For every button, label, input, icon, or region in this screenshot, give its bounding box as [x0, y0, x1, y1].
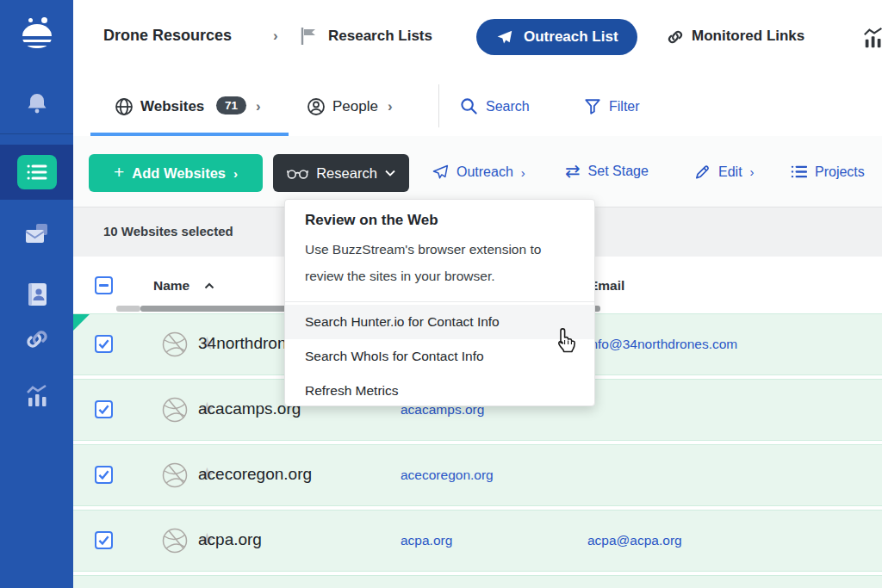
search-label: Search: [486, 99, 530, 115]
menu-item-search-whois[interactable]: Search WhoIs for Contact Info: [285, 339, 594, 374]
globe-icon: [115, 97, 134, 116]
row-checkbox-checked[interactable]: [95, 335, 113, 353]
research-label: Research: [316, 165, 377, 182]
actions-toolbar: + Add Websites › Research Outreach › ⇄ S…: [73, 136, 882, 207]
chevron-right-icon: ›: [388, 98, 393, 115]
edit-label: Edit: [718, 164, 742, 180]
indeterminate-mark: [99, 284, 109, 287]
chart-icon: [23, 383, 51, 409]
add-websites-label: Add Websites: [132, 165, 226, 182]
link-icon: [666, 28, 685, 46]
globe-favicon: [159, 460, 190, 491]
dropdown-title: Review on the Web: [305, 212, 438, 229]
search-icon: [460, 97, 478, 115]
list-icon: [791, 164, 807, 180]
plus-icon: +: [114, 162, 124, 183]
nav-item-label: Outreach List: [524, 28, 618, 46]
column-header-name[interactable]: Name: [153, 278, 189, 294]
current-row-corner-marker: [73, 314, 90, 331]
dropdown-separator: [285, 301, 594, 302]
filter-label: Filter: [609, 99, 640, 115]
set-stage-button[interactable]: ⇄ Set Stage: [565, 164, 649, 179]
table-row[interactable]: ★ acpa.org acpa.org acpa@acpa.org: [73, 510, 882, 572]
selection-count-text: 10 Websites selected: [103, 224, 233, 238]
menu-item-search-hunter[interactable]: Search Hunter.io for Contact Info: [285, 305, 594, 339]
buzzstream-app-window: Drone Resources › Research Lists Outreac…: [0, 0, 882, 588]
projects-label: Projects: [815, 164, 865, 180]
table-row[interactable]: ★ acecoregon.org acecoregon.org: [73, 444, 882, 506]
sidebar-item-lists-active[interactable]: [0, 145, 73, 200]
globe-favicon: [159, 329, 190, 360]
chevron-right-icon: ›: [750, 164, 755, 179]
research-dropdown-menu: Review on the Web Use BuzzStream's brows…: [284, 199, 595, 406]
hand-cursor-icon: [552, 325, 578, 355]
website-url-link[interactable]: acecoregon.org: [401, 467, 494, 483]
set-stage-label: Set Stage: [588, 164, 649, 179]
sidebar-item-contacts[interactable]: [0, 270, 73, 319]
buzzstream-logo[interactable]: [0, 9, 73, 57]
sidebar-divider: [0, 133, 73, 134]
list-tabs-row: Websites 71 › People › Search Filter: [73, 76, 882, 137]
websites-count-badge: 71: [216, 96, 246, 115]
chevron-right-icon: ›: [273, 28, 278, 45]
sidebar-item-notifications[interactable]: [0, 79, 73, 127]
website-name[interactable]: acecoregon.org: [198, 465, 312, 484]
website-name[interactable]: acpa.org: [198, 530, 262, 549]
tab-label: People: [332, 98, 378, 115]
dropdown-description: Use BuzzStream's browser extension to re…: [305, 236, 581, 289]
bee-logo-icon: [21, 17, 53, 48]
email-link[interactable]: info@34northdrones.com: [587, 337, 737, 352]
projects-button[interactable]: Projects: [791, 164, 865, 180]
research-button-open[interactable]: Research: [273, 154, 409, 192]
link-icon: [24, 326, 50, 352]
table-row-partial[interactable]: [73, 575, 882, 588]
horizontal-scrollbar-cap[interactable]: [116, 306, 140, 312]
send-icon: [432, 164, 449, 181]
globe-favicon: [159, 525, 190, 556]
breadcrumb[interactable]: Drone Resources: [103, 27, 232, 45]
tab-label: Websites: [140, 98, 204, 115]
chevron-right-icon: ›: [256, 98, 261, 115]
search-button[interactable]: Search: [460, 97, 530, 115]
swap-arrows-icon: ⇄: [565, 164, 581, 179]
tab-people[interactable]: People ›: [307, 76, 419, 136]
chart-nav-icon[interactable]: [861, 26, 882, 50]
outreach-menu-button[interactable]: Outreach ›: [432, 164, 525, 181]
chevron-right-icon: ›: [521, 165, 525, 180]
nav-item-outreach-list-active[interactable]: Outreach List: [476, 19, 637, 55]
outreach-label: Outreach: [457, 164, 513, 180]
glasses-icon: [287, 166, 308, 180]
sidebar-item-reports[interactable]: [0, 372, 73, 420]
nav-item-research-lists[interactable]: Research Lists: [328, 28, 432, 45]
select-all-checkbox-indeterminate[interactable]: [95, 276, 113, 294]
tab-websites-active[interactable]: Websites 71 ›: [90, 76, 289, 136]
filter-button[interactable]: Filter: [584, 97, 640, 115]
edit-menu-button[interactable]: Edit ›: [694, 164, 755, 180]
sidebar-item-outreach[interactable]: [0, 210, 73, 258]
nav-item-monitored-links[interactable]: Monitored Links: [692, 28, 804, 45]
row-checkbox-checked[interactable]: [95, 400, 113, 418]
chevron-right-icon: ›: [233, 166, 238, 181]
top-navigation: Drone Resources › Research Lists Outreac…: [73, 0, 882, 77]
filter-icon: [584, 97, 601, 115]
sidebar-item-links[interactable]: [0, 315, 73, 363]
address-book-icon: [25, 282, 49, 307]
list-icon: [17, 155, 57, 189]
send-icon: [495, 28, 513, 46]
flag-icon: [299, 26, 318, 46]
website-url-link[interactable]: acpa.org: [401, 533, 452, 548]
email-link[interactable]: acpa@acpa.org: [587, 533, 682, 548]
sort-ascending-caret-icon: [204, 282, 214, 289]
row-checkbox-checked[interactable]: [95, 531, 113, 549]
add-websites-button[interactable]: + Add Websites ›: [89, 154, 263, 192]
bell-icon: [25, 91, 49, 115]
outbox-mail-icon: [23, 221, 51, 247]
pencil-icon: [694, 164, 711, 180]
row-checkbox-checked[interactable]: [95, 466, 113, 484]
chevron-down-icon: [385, 170, 395, 176]
person-icon: [307, 97, 326, 116]
globe-favicon: [159, 394, 190, 425]
menu-item-refresh-metrics[interactable]: Refresh Metrics: [285, 374, 594, 407]
sidebar: [0, 0, 73, 588]
tabs-divider: [438, 84, 439, 127]
